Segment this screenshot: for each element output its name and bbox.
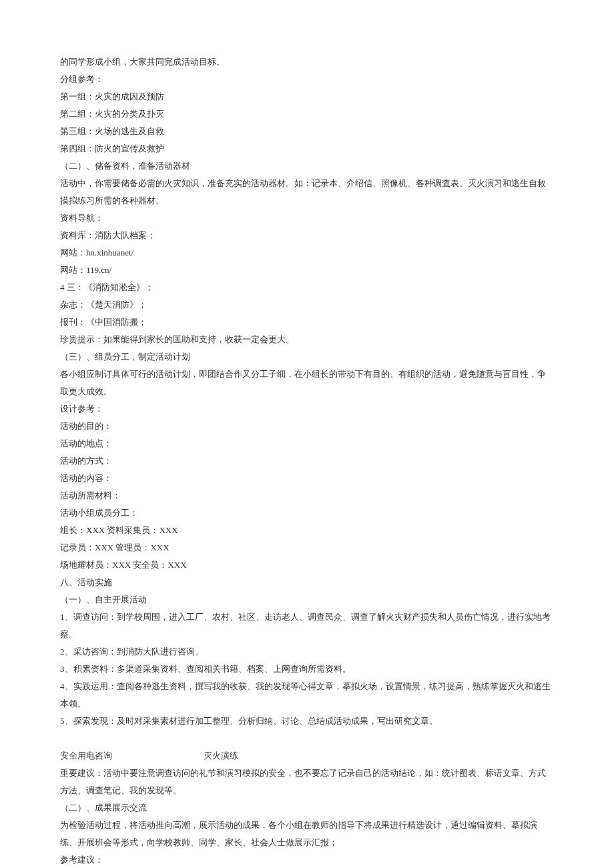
body-line: 5、探索发现：及时对采集素材进行加工整理、分析归纳、讨论、总结成活动成果，写出研… <box>60 713 554 730</box>
body-line: 设计参考： <box>60 400 554 418</box>
body-line: 第四组：防火的宣传及救护 <box>60 140 554 157</box>
body-line: 活动小组成员分工： <box>60 504 554 522</box>
body-line: 记录员：XXX 管理员：XXX <box>60 539 554 556</box>
body-line: 活动的方式： <box>60 452 554 470</box>
body-line: 资料库：消防大队档案； <box>60 227 554 244</box>
body-line: 网站：hn.xinhuanet/ <box>60 244 554 262</box>
body-line: 为检验活动过程，将活动推向高潮，展示活动的成果，各个小组在教师的指导下将成果进行… <box>60 817 554 851</box>
body-line: 1、调查访问：到学校周围，进入工厂、农村、社区、走访老人、调查民众、调查了解火灾… <box>60 608 554 643</box>
body-line: 第二组：火灾的分类及扑灭 <box>60 105 554 123</box>
body-line: 参考建议： <box>60 851 554 868</box>
body-line: 活动的地点： <box>60 435 554 452</box>
body-line: 八、活动实施 <box>60 574 554 591</box>
body-line: （二）、储备资料，准备活动器材 <box>60 157 554 175</box>
body-line: 活动的目的： <box>60 418 554 435</box>
body-line: （三）、组员分工，制定活动计划 <box>60 348 554 366</box>
body-line: 的同学形成小组，大家共同完成活动目标。 <box>60 53 554 71</box>
document-body: 的同学形成小组，大家共同完成活动目标。 分组参考： 第一组：火灾的成因及预防 第… <box>60 53 554 868</box>
body-line: 场地耀材员：XXX 安全员：XXX <box>60 556 554 574</box>
body-line: 资料导航： <box>60 209 554 227</box>
body-line: 网站：119.cn/ <box>60 262 554 279</box>
body-line: （二）、成果展示交流 <box>60 799 554 817</box>
caption-right: 灭火演练 <box>204 747 238 765</box>
body-line: 报刊：《中国消防搬； <box>60 314 554 331</box>
body-line: 活动所需材料： <box>60 487 554 504</box>
body-line: （一）、自主开展活动 <box>60 591 554 608</box>
caption-left: 安全用电咨询 <box>60 747 112 765</box>
body-line: 活动中，你需要储备必需的火灾知识，准备充实的活动器材。如：记录本、介绍信、照像机… <box>60 175 554 209</box>
body-line: 2、采访咨询：到消防大队进行咨询。 <box>60 643 554 661</box>
body-line: 4 三：《消防知淞全》； <box>60 279 554 296</box>
body-line: 珍贵提示：如果能得到家长的匡助和支持，收获一定会更大。 <box>60 331 554 348</box>
body-line: 重要建议：活动中要注意调查访问的礼节和演习模拟的安全，也不要忘了记录自己的活动结… <box>60 765 554 799</box>
blank-line <box>60 730 554 747</box>
body-line: 4、实践运用：查阅各种逃生资料，撰写我的收获、我的发现等心得文章，摹拟火场，设置… <box>60 678 554 713</box>
body-line: 第一组：火灾的成因及预防 <box>60 88 554 105</box>
body-line: 3、积累资料：多渠道采集资料、查阅相关书籍、档案、上网查询所需资料。 <box>60 661 554 678</box>
body-line: 第三组：火场的逃生及自救 <box>60 123 554 140</box>
body-line: 各小组应制订具体可行的活动计划，即团结合作又分工子细，在小组长的带动下有目的、有… <box>60 366 554 400</box>
body-line: 分组参考： <box>60 71 554 88</box>
body-line: 活动的内容： <box>60 470 554 487</box>
body-line: 组长：XXX 资料采集员：XXX <box>60 522 554 539</box>
caption-row: 安全用电咨询 灭火演练 <box>60 747 554 765</box>
body-line: 杂志：《楚天消防》； <box>60 296 554 314</box>
